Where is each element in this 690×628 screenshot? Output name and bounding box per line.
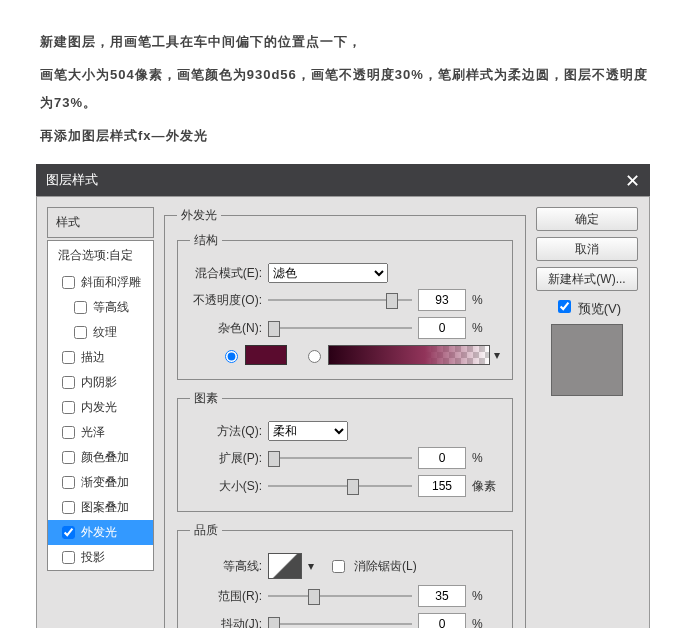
- checkbox-innershadow[interactable]: [62, 376, 75, 389]
- checkbox-contour[interactable]: [74, 301, 87, 314]
- spread-slider[interactable]: [268, 451, 412, 465]
- jitter-label: 抖动(J):: [190, 616, 262, 628]
- antialias-label: 消除锯齿(L): [354, 558, 417, 575]
- range-unit: %: [472, 589, 500, 603]
- checkbox-gradientoverlay[interactable]: [62, 476, 75, 489]
- outer-glow-group: 外发光 结构 混合模式(E): 滤色 不透明度(O): %: [164, 207, 526, 628]
- dialog-titlebar[interactable]: 图层样式 ✕: [36, 164, 650, 196]
- size-input[interactable]: [418, 475, 466, 497]
- close-icon[interactable]: ✕: [625, 170, 640, 192]
- blendmode-select[interactable]: 滤色: [268, 263, 388, 283]
- style-item-coloroverlay[interactable]: 颜色叠加: [48, 445, 153, 470]
- checkbox-satin[interactable]: [62, 426, 75, 439]
- quality-group: 品质 等高线: ▾ 消除锯齿(L) 范围(R): % 抖动(J):: [177, 522, 513, 628]
- blendmode-label: 混合模式(E):: [190, 265, 262, 282]
- elements-legend: 图素: [190, 390, 222, 407]
- group-outerglow-legend: 外发光: [177, 207, 221, 224]
- spread-input[interactable]: [418, 447, 466, 469]
- style-item-patternoverlay[interactable]: 图案叠加: [48, 495, 153, 520]
- style-item-satin[interactable]: 光泽: [48, 420, 153, 445]
- antialias-checkbox[interactable]: [332, 560, 345, 573]
- contour-label: 等高线:: [190, 558, 262, 575]
- style-list: 混合选项:自定 斜面和浮雕 等高线 纹理 描边 内阴影 内发光 光泽 颜色叠加 …: [47, 240, 154, 571]
- gradient-radio[interactable]: [308, 350, 321, 363]
- preview-checkbox[interactable]: [558, 300, 571, 313]
- contour-dropdown-icon[interactable]: ▾: [308, 559, 314, 573]
- checkbox-outerglow[interactable]: [62, 526, 75, 539]
- style-item-contour[interactable]: 等高线: [48, 295, 153, 320]
- jitter-input[interactable]: [418, 613, 466, 628]
- checkbox-bevel[interactable]: [62, 276, 75, 289]
- spread-unit: %: [472, 451, 500, 465]
- style-item-bevel[interactable]: 斜面和浮雕: [48, 270, 153, 295]
- elements-group: 图素 方法(Q): 柔和 扩展(P): % 大小(S):: [177, 390, 513, 512]
- new-style-button[interactable]: 新建样式(W)...: [536, 267, 638, 291]
- checkbox-coloroverlay[interactable]: [62, 451, 75, 464]
- range-slider[interactable]: [268, 589, 412, 603]
- color-radio[interactable]: [225, 350, 238, 363]
- left-panel: 样式 混合选项:自定 斜面和浮雕 等高线 纹理 描边 内阴影 内发光 光泽 颜色…: [47, 207, 154, 628]
- noise-label: 杂色(N):: [190, 320, 262, 337]
- opacity-label: 不透明度(O):: [190, 292, 262, 309]
- opacity-slider[interactable]: [268, 293, 412, 307]
- jitter-slider[interactable]: [268, 617, 412, 628]
- structure-group: 结构 混合模式(E): 滤色 不透明度(O): % 杂色(N):: [177, 232, 513, 380]
- opacity-input[interactable]: [418, 289, 466, 311]
- size-slider[interactable]: [268, 479, 412, 493]
- structure-legend: 结构: [190, 232, 222, 249]
- style-item-dropshadow[interactable]: 投影: [48, 545, 153, 570]
- method-select[interactable]: 柔和: [268, 421, 348, 441]
- opacity-unit: %: [472, 293, 500, 307]
- layer-style-dialog: 图层样式 ✕ 样式 混合选项:自定 斜面和浮雕 等高线 纹理 描边 内阴影 内发…: [36, 164, 650, 628]
- checkbox-innerglow[interactable]: [62, 401, 75, 414]
- noise-slider[interactable]: [268, 321, 412, 335]
- color-swatch[interactable]: [245, 345, 287, 365]
- styles-header[interactable]: 样式: [47, 207, 154, 238]
- checkbox-patternoverlay[interactable]: [62, 501, 75, 514]
- blend-options-header[interactable]: 混合选项:自定: [48, 241, 153, 270]
- contour-picker[interactable]: [268, 553, 302, 579]
- checkbox-texture[interactable]: [74, 326, 87, 339]
- preview-label: 预览(V): [578, 301, 621, 316]
- ok-button[interactable]: 确定: [536, 207, 638, 231]
- style-item-innerglow[interactable]: 内发光: [48, 395, 153, 420]
- checkbox-dropshadow[interactable]: [62, 551, 75, 564]
- preview-thumbnail: [551, 324, 623, 396]
- style-item-texture[interactable]: 纹理: [48, 320, 153, 345]
- noise-unit: %: [472, 321, 500, 335]
- spread-label: 扩展(P):: [190, 450, 262, 467]
- style-item-outerglow[interactable]: 外发光: [48, 520, 153, 545]
- size-unit: 像素: [472, 478, 500, 495]
- noise-input[interactable]: [418, 317, 466, 339]
- style-item-innershadow[interactable]: 内阴影: [48, 370, 153, 395]
- range-label: 范围(R):: [190, 588, 262, 605]
- style-item-gradientoverlay[interactable]: 渐变叠加: [48, 470, 153, 495]
- intro-text: 新建图层，用画笔工具在车中间偏下的位置点一下， 画笔大小为504像素，画笔颜色为…: [0, 0, 690, 164]
- gradient-dropdown-icon[interactable]: ▾: [494, 348, 500, 362]
- quality-legend: 品质: [190, 522, 222, 539]
- size-label: 大小(S):: [190, 478, 262, 495]
- checkbox-stroke[interactable]: [62, 351, 75, 364]
- center-panel: 外发光 结构 混合模式(E): 滤色 不透明度(O): %: [164, 207, 526, 628]
- dialog-title: 图层样式: [46, 171, 98, 189]
- cancel-button[interactable]: 取消: [536, 237, 638, 261]
- intro-line3: 再添加图层样式fx—外发光: [40, 122, 650, 151]
- method-label: 方法(Q):: [190, 423, 262, 440]
- intro-line2: 画笔大小为504像素，画笔颜色为930d56，画笔不透明度30%，笔刷样式为柔边…: [40, 61, 650, 118]
- intro-line1: 新建图层，用画笔工具在车中间偏下的位置点一下，: [40, 28, 650, 57]
- range-input[interactable]: [418, 585, 466, 607]
- gradient-picker[interactable]: [328, 345, 490, 365]
- right-panel: 确定 取消 新建样式(W)... 预览(V): [536, 207, 639, 628]
- jitter-unit: %: [472, 617, 500, 628]
- style-item-stroke[interactable]: 描边: [48, 345, 153, 370]
